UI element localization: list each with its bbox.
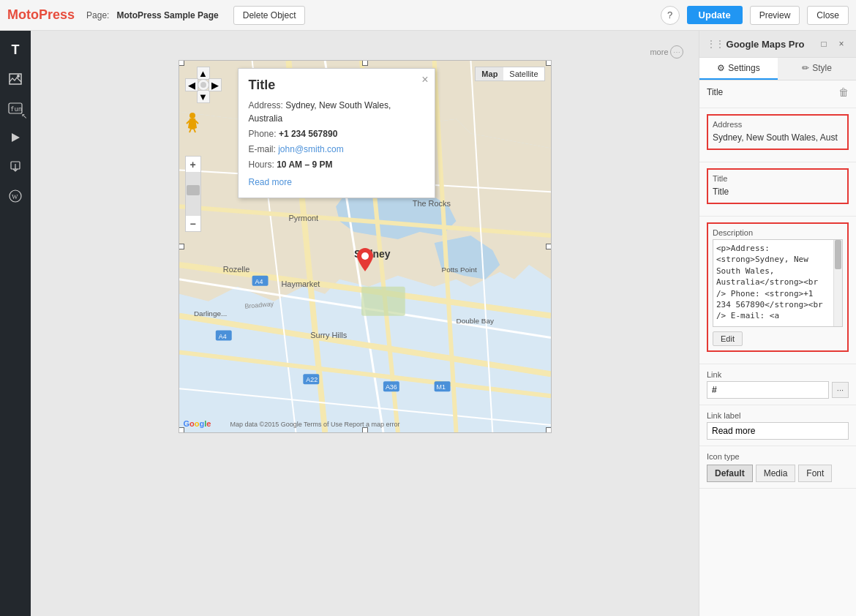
panel-header: ⋮⋮ Google Maps Pro □ ×: [699, 31, 856, 58]
popup-close-btn[interactable]: ×: [421, 73, 428, 86]
logo-press: Press: [39, 7, 75, 22]
pan-right-btn[interactable]: ▶: [209, 78, 222, 91]
icon-type-buttons: Default Media Font: [707, 465, 849, 482]
map-info-popup: × Title Address: Sydney, New South Wales…: [238, 68, 435, 198]
sidebar-icon-wordpress[interactable]: W: [2, 183, 29, 209]
settings-icon: ⚙: [717, 63, 725, 73]
pan-left-btn[interactable]: ◀: [185, 78, 198, 91]
close-button[interactable]: Close: [807, 6, 849, 25]
panel-title-section-header: Title 🗑: [707, 86, 849, 98]
svg-rect-23: [361, 287, 405, 316]
panel-close-btn[interactable]: ×: [834, 37, 849, 51]
panel-title-field-section: Title: [699, 162, 856, 217]
link-browse-btn[interactable]: ···: [832, 382, 849, 398]
pegman[interactable]: [185, 112, 200, 136]
more-handle[interactable]: more ⋯: [650, 45, 683, 59]
sidebar-icon-image[interactable]: [2, 66, 29, 92]
popup-hours: Hours: 10 AM – 9 PM: [249, 158, 424, 171]
icon-font-btn[interactable]: Font: [798, 465, 832, 482]
tab-style-label: Style: [812, 63, 832, 73]
resize-handle-br[interactable]: [546, 427, 552, 433]
map-footer-text: Map data ©2015 Google Terms of Use Repor…: [230, 421, 400, 428]
svg-text:A4: A4: [255, 278, 263, 285]
panel-link-section: Link ···: [699, 364, 856, 405]
resize-handle-tr[interactable]: [546, 60, 552, 66]
zoom-out-btn[interactable]: −: [185, 216, 201, 232]
svg-point-1: [17, 75, 20, 78]
sidebar-icon-download[interactable]: [2, 154, 29, 180]
delete-object-button[interactable]: Delete Object: [233, 6, 306, 25]
resize-handle-ml[interactable]: [179, 244, 184, 249]
map-btn[interactable]: Map: [476, 67, 503, 80]
tab-settings-label: Settings: [728, 63, 759, 73]
right-panel: ⋮⋮ Google Maps Pro □ × ⚙ Settings ✏ Styl…: [699, 31, 856, 616]
title-field-group: Title: [707, 168, 849, 204]
description-edit-btn[interactable]: Edit: [713, 331, 743, 346]
resize-handle-tc[interactable]: [362, 60, 368, 66]
logo-moto: Moto: [7, 7, 39, 22]
svg-text:Pyrmont: Pyrmont: [288, 214, 318, 222]
cursor-icon: ↖: [21, 112, 27, 120]
resize-handle-bl[interactable]: [179, 427, 184, 433]
tab-style[interactable]: ✏ Style: [778, 58, 856, 80]
pan-center: [198, 79, 209, 91]
svg-text:A4: A4: [218, 333, 226, 340]
link-field-row: ···: [707, 381, 849, 399]
icon-media-btn[interactable]: Media: [756, 465, 796, 482]
title-input[interactable]: [713, 185, 843, 198]
svg-text:Haymarket: Haymarket: [281, 279, 320, 288]
main: T func ↖ W more ⋯: [0, 31, 856, 616]
pan-down-btn[interactable]: ▼: [197, 90, 210, 103]
link-label-field-label: Link label: [707, 411, 849, 420]
resize-handle-mr[interactable]: [546, 244, 552, 249]
link-field-label: Link: [707, 370, 849, 379]
address-field-label: Address: [713, 120, 843, 129]
map-navigation: ▲ ▼ ◀ ▶: [185, 67, 222, 103]
style-icon: ✏: [802, 63, 809, 73]
svg-text:Darlinge...: Darlinge...: [193, 309, 226, 318]
sidebar-icon-func[interactable]: func ↖: [2, 95, 29, 121]
resize-handle-tl[interactable]: [179, 60, 184, 66]
panel-description-section: Description <p>Address: <strong>Sydney, …: [699, 217, 856, 364]
popup-email-link[interactable]: john@smith.com: [278, 144, 344, 154]
page-label: Page:: [86, 10, 109, 20]
svg-marker-4: [12, 133, 20, 142]
title-section-label: Title: [707, 87, 723, 97]
description-scrollbar[interactable]: [833, 240, 842, 326]
map-pin[interactable]: [357, 248, 373, 277]
satellite-btn[interactable]: Satellite: [503, 67, 544, 80]
panel-minimize-btn[interactable]: □: [816, 37, 831, 51]
svg-text:A22: A22: [306, 376, 318, 383]
title-delete-icon[interactable]: 🗑: [838, 86, 849, 98]
popup-read-more-link[interactable]: Read more: [249, 177, 424, 187]
panel-tabs: ⚙ Settings ✏ Style: [699, 58, 856, 80]
preview-button[interactable]: Preview: [750, 6, 800, 25]
popup-title: Title: [249, 78, 424, 93]
address-input[interactable]: [713, 131, 843, 144]
description-textarea[interactable]: <p>Address: <strong>Sydney, New South Wa…: [713, 240, 833, 326]
svg-text:Double Bay: Double Bay: [456, 317, 493, 325]
panel-content: Title 🗑 Address Title: [699, 80, 856, 616]
popup-email: E-mail: john@smith.com: [249, 143, 424, 156]
panel-address-section: Address: [699, 108, 856, 162]
update-button[interactable]: Update: [687, 6, 743, 24]
sidebar-icon-text[interactable]: T: [2, 37, 29, 63]
panel-drag-handle[interactable]: ⋮⋮: [707, 39, 711, 49]
panel-title: Google Maps Pro: [727, 39, 805, 50]
zoom-controls: + −: [185, 156, 201, 232]
tab-settings[interactable]: ⚙ Settings: [699, 58, 778, 80]
sidebar-icon-play[interactable]: [2, 124, 29, 151]
popup-address: Address: Sydney, New South Wales, Austra…: [249, 99, 424, 125]
popup-phone: Phone: +1 234 567890: [249, 127, 424, 140]
link-input[interactable]: [707, 381, 829, 399]
logo: MotoPress: [7, 7, 75, 23]
panel-icon-type-section: Icon type Default Media Font: [699, 446, 856, 489]
icon-default-btn[interactable]: Default: [707, 465, 753, 482]
svg-point-45: [189, 113, 195, 119]
scroll-thumb: [835, 240, 841, 269]
zoom-in-btn[interactable]: +: [185, 156, 201, 172]
svg-text:Potts Point: Potts Point: [441, 266, 476, 274]
help-button[interactable]: ?: [661, 6, 680, 25]
resize-handle-bc[interactable]: [362, 427, 368, 433]
link-label-input[interactable]: [707, 422, 849, 440]
